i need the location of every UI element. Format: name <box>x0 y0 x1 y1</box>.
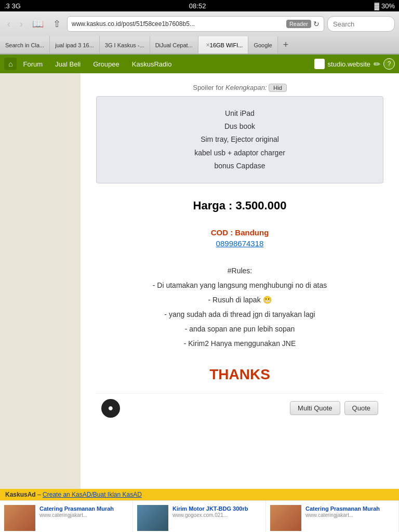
carrier-signal: .3 3G <box>4 2 21 10</box>
help-button[interactable]: ? <box>383 58 395 70</box>
ad-item-1[interactable]: Catering Prasmanan Murah www.cateringjak… <box>0 501 133 532</box>
rules-item-1: - Di utamakan yang langsung menghubungi … <box>96 278 383 292</box>
main-content: Spoiler for Kelengkapan: Hid Unit iPad D… <box>81 73 399 489</box>
studio-website-label: studio.website <box>328 60 370 68</box>
ad-title-3: Catering Prasmanan Murah <box>305 505 380 512</box>
tabs-bar: Search in Cla... jual ipad 3 16... 3G I … <box>0 36 399 54</box>
kaskus-ad-brand: KaskusAd <box>5 491 36 498</box>
tab-16gb-wifi[interactable]: ✕ 16GB WIFI... <box>198 36 249 54</box>
tab-close-icon[interactable]: ✕ <box>206 42 210 48</box>
price-section: Harga : 3.500.000 <box>96 199 383 212</box>
ad-thumb-2 <box>137 505 168 531</box>
rules-section: #Rules: - Di utamakan yang langsung meng… <box>96 263 383 351</box>
address-bar[interactable]: www.kaskus.co.id/post/51f58cee1b7608b5..… <box>67 16 324 32</box>
spoiler-item-3: Sim tray, Ejector original <box>107 133 373 146</box>
spoiler-label: Spoiler <box>193 84 214 91</box>
spoiler-box: Unit iPad Dus book Sim tray, Ejector ori… <box>96 96 383 183</box>
ad-item-3[interactable]: Catering Prasmanan Murah www.cateringjak… <box>266 501 399 532</box>
ad-thumb-3 <box>270 505 301 531</box>
spoiler-header: Spoiler for Kelengkapan: Hid <box>96 84 383 92</box>
url-text: www.kaskus.co.id/post/51f58cee1b7608b5..… <box>72 20 284 28</box>
forward-button[interactable]: › <box>17 17 26 32</box>
bbm-icon: ● <box>101 399 120 418</box>
ad-url-1: www.cateringjakart... <box>39 512 114 518</box>
ad-thumb-1 <box>4 505 35 531</box>
sidebar <box>0 73 81 489</box>
tab-label: 16GB WIFI... <box>210 42 243 48</box>
tab-3g-kaskus[interactable]: 3G I Kaskus -... <box>100 36 150 54</box>
rules-item-4: - anda sopan ane pun lebih sopan <box>96 322 383 336</box>
status-right: ▓ 30% <box>374 2 395 10</box>
search-input[interactable] <box>327 16 395 32</box>
tab-label: jual ipad 3 16... <box>55 42 94 48</box>
ad-row: Catering Prasmanan Murah www.cateringjak… <box>0 500 399 532</box>
site-nav: ⌂ Forum Jual Beli Groupee KaskusRadio st… <box>0 55 399 73</box>
kaskus-ad-link[interactable]: Create an KasAD/Buat Iklan KasAD <box>43 491 142 498</box>
kaskus-radio-nav-item[interactable]: KaskusRadio <box>126 57 178 71</box>
thanks-text: THANKS <box>209 366 270 382</box>
tab-google[interactable]: Google <box>248 36 277 54</box>
reader-button[interactable]: Reader <box>286 20 311 28</box>
new-tab-button[interactable]: + <box>278 39 294 50</box>
phone-link[interactable]: 08998674318 <box>96 239 383 248</box>
hide-spoiler-button[interactable]: Hid <box>269 84 287 92</box>
status-left: .3 3G <box>4 2 21 10</box>
content-area: Spoiler for Kelengkapan: Hid Unit iPad D… <box>0 73 399 489</box>
post-footer: ● Multi Quote Quote <box>96 393 383 423</box>
rules-hashtag: #Rules: <box>96 263 383 278</box>
ad-info-1: Catering Prasmanan Murah www.cateringjak… <box>39 505 114 531</box>
post-actions: Multi Quote Quote <box>290 401 378 415</box>
share-button[interactable]: ⇧ <box>50 16 64 32</box>
edit-button[interactable]: ✏ <box>374 59 380 69</box>
ad-url-2: www.gogoex.com.021... <box>172 512 248 518</box>
back-button[interactable]: ‹ <box>4 17 14 32</box>
ad-info-3: Catering Prasmanan Murah www.cateringjak… <box>305 505 380 531</box>
tab-label: DiJual Cepat... <box>155 42 193 48</box>
thanks-section: THANKS <box>96 366 383 383</box>
cod-section: COD : Bandung 08998674318 <box>96 228 383 248</box>
ad-title-2: Kirim Motor JKT-BDG 300rb <box>172 505 248 512</box>
bookmarks-button[interactable]: 📖 <box>29 16 47 32</box>
forum-nav-item[interactable]: Forum <box>17 57 49 71</box>
tab-dijual-cepat[interactable]: DiJual Cepat... <box>150 36 198 54</box>
refresh-button[interactable]: ↻ <box>313 20 320 28</box>
spoiler-kelengkapan: Kelengkapan: <box>225 84 267 91</box>
studio-logo-icon <box>314 59 325 69</box>
kaskus-ad-dash: – <box>37 491 41 498</box>
price-label: Harga : 3.500.000 <box>96 199 383 212</box>
ad-info-2: Kirim Motor JKT-BDG 300rb www.gogoex.com… <box>172 505 248 531</box>
tab-label: Google <box>254 42 272 48</box>
spoiler-item-4: kabel usb + adaptor charger <box>107 147 373 159</box>
multi-quote-button[interactable]: Multi Quote <box>290 401 340 415</box>
rules-item-2: - Rusuh di lapak 😬 <box>96 292 383 307</box>
site-nav-right: studio.website ✏ ? <box>314 58 395 70</box>
bbm-logo: ● <box>108 403 114 414</box>
battery-icon: ▓ <box>374 2 379 10</box>
home-button[interactable]: ⌂ <box>4 58 17 70</box>
battery-level: 30% <box>381 2 395 10</box>
spoiler-item-1: Unit iPad <box>107 107 373 120</box>
rules-item-5: - Kirim2 Hanya menggunakan JNE <box>96 336 383 351</box>
spoiler-item-2: Dus book <box>107 120 373 133</box>
tab-search-in-cla[interactable]: Search in Cla... <box>0 36 50 54</box>
cod-text: COD : Bandung <box>96 228 383 237</box>
quote-button[interactable]: Quote <box>344 401 378 415</box>
groupee-nav-item[interactable]: Groupee <box>87 57 126 71</box>
status-time: 08:52 <box>189 2 206 10</box>
kaskus-ad-bar: KaskusAd – Create an KasAD/Buat Iklan Ka… <box>0 489 399 500</box>
nav-bar: ‹ › 📖 ⇧ www.kaskus.co.id/post/51f58cee1b… <box>0 11 399 36</box>
ad-title-1: Catering Prasmanan Murah <box>39 505 114 512</box>
ad-url-3: www.cateringjakart... <box>305 512 380 518</box>
jual-beli-nav-item[interactable]: Jual Beli <box>49 57 87 71</box>
ad-item-2[interactable]: Kirim Motor JKT-BDG 300rb www.gogoex.com… <box>133 501 266 532</box>
status-bar: .3 3G 08:52 ▓ 30% <box>0 0 399 11</box>
tab-jual-ipad[interactable]: jual ipad 3 16... <box>50 36 100 54</box>
spoiler-item-5: bonus Capdase <box>107 159 373 172</box>
tab-label: Search in Cla... <box>5 42 44 48</box>
tab-label: 3G I Kaskus -... <box>105 42 144 48</box>
spoiler-for: for <box>216 84 223 91</box>
browser-chrome: ‹ › 📖 ⇧ www.kaskus.co.id/post/51f58cee1b… <box>0 11 399 55</box>
rules-item-3: - yang sudah ada di thread jgn di tanyak… <box>96 307 383 322</box>
